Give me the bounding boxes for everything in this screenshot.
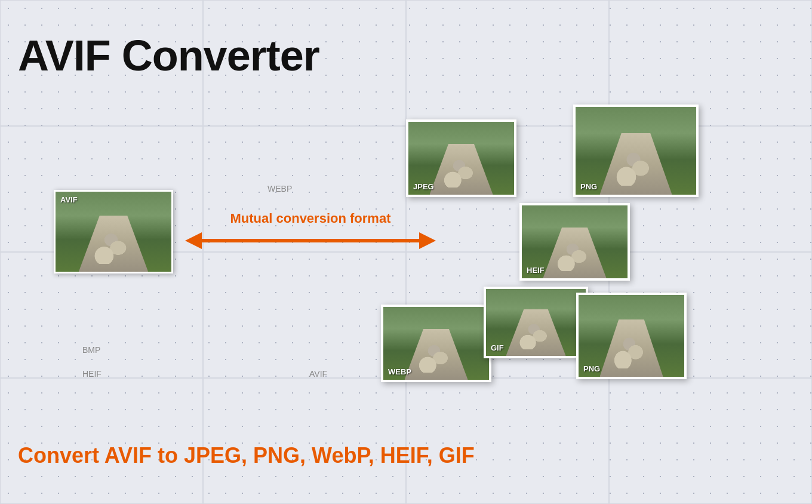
main-content: AVIF Converter WEBP BMP HEIF AVIF AVIF M… <box>0 0 812 504</box>
target-gif-image: GIF <box>484 287 588 358</box>
target-png-top-image: PNG <box>573 105 699 197</box>
target-jpeg-image: JPEG <box>406 119 516 197</box>
svg-marker-1 <box>185 232 202 249</box>
bmp-grid-label: BMP <box>82 345 100 355</box>
heif-left-grid-label: HEIF <box>82 369 102 379</box>
webp-label: WEBP <box>388 367 411 376</box>
svg-rect-0 <box>197 239 424 242</box>
page-title: AVIF Converter <box>18 31 319 80</box>
conversion-arrow: Mutual conversion format <box>185 211 436 251</box>
webp-grid-label: WEBP <box>267 184 292 193</box>
jpeg-label: JPEG <box>413 182 434 191</box>
source-avif-image: AVIF <box>54 190 173 273</box>
png-top-label: PNG <box>580 182 597 191</box>
png-top-image-bg <box>576 107 696 195</box>
bottom-description: Convert AVIF to JPEG, PNG, WebP, HEIF, G… <box>18 443 475 468</box>
avif-right-grid-label: AVIF <box>309 369 327 379</box>
source-format-label: AVIF <box>60 195 78 204</box>
arrow-svg <box>185 230 436 251</box>
png-bottom-label: PNG <box>583 364 600 373</box>
heif-label: HEIF <box>527 266 545 275</box>
arrow-label: Mutual conversion format <box>230 211 391 226</box>
target-webp-image: WEBP <box>381 305 491 382</box>
target-png-bottom-image: PNG <box>576 293 687 379</box>
svg-marker-2 <box>419 232 436 249</box>
gif-label: GIF <box>491 343 504 352</box>
target-heif-image: HEIF <box>519 203 630 281</box>
